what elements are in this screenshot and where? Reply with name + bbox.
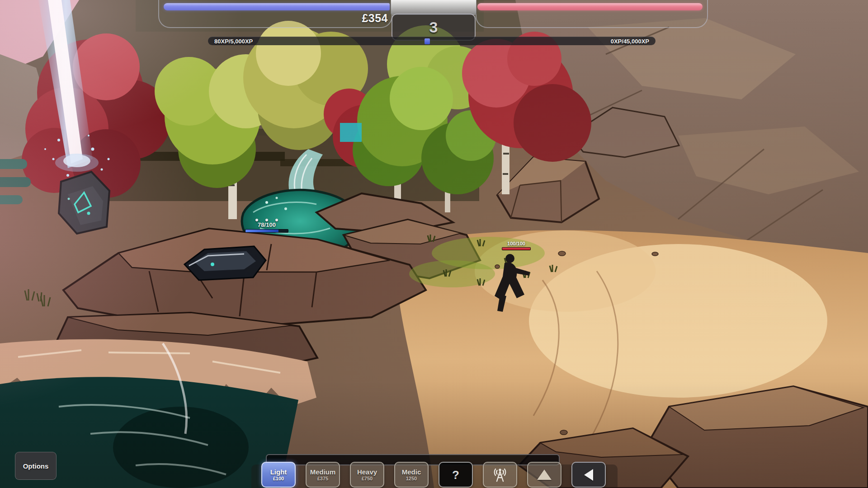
options-button[interactable]: Options bbox=[15, 452, 57, 480]
center-top-cap bbox=[391, 0, 476, 15]
right-team-progress-bar bbox=[477, 3, 703, 10]
unit-button-heavy[interactable]: Heavy £750 bbox=[350, 462, 384, 488]
xp-bar: 80XP/5,000XP 0XP/45,000XP bbox=[208, 37, 656, 45]
enemy-health-label: 100/100 bbox=[507, 241, 525, 246]
unit-button-price: £100 bbox=[273, 476, 284, 481]
unit-button-price: £375 bbox=[317, 476, 328, 481]
up-triangle-icon bbox=[537, 469, 552, 480]
friendly-health-fill bbox=[245, 230, 278, 232]
unit-button-label: Light bbox=[270, 469, 287, 476]
unit-button-label: Medic bbox=[402, 469, 421, 476]
enemy-health-track bbox=[502, 247, 531, 250]
friendly-health-label: 78/100 bbox=[258, 222, 276, 228]
antenna-icon bbox=[490, 466, 510, 483]
right-xp-label: 0XP/45,000XP bbox=[611, 38, 649, 45]
left-triangle-icon bbox=[584, 469, 593, 481]
wave-counter-value: 3 bbox=[429, 19, 438, 36]
help-button[interactable]: ? bbox=[439, 462, 473, 488]
enemy-health-fill bbox=[502, 248, 530, 250]
left-xp-fill bbox=[425, 38, 430, 44]
game-viewport: £354 3 80XP/5,000XP 0XP/45,000XP 78/100 bbox=[0, 0, 868, 488]
friendly-unit-overlay: 78/100 bbox=[244, 219, 289, 233]
help-button-label: ? bbox=[452, 471, 459, 479]
unit-button-medic[interactable]: Medic 1250 bbox=[394, 462, 429, 488]
unit-button-label: Heavy bbox=[357, 469, 377, 476]
back-button[interactable] bbox=[571, 462, 606, 488]
unit-button-price: 1250 bbox=[406, 476, 417, 481]
unit-button-light[interactable]: Light £100 bbox=[261, 462, 296, 488]
left-xp-track bbox=[209, 38, 430, 44]
deploy-up-button[interactable] bbox=[527, 462, 561, 488]
broadcast-button[interactable] bbox=[483, 462, 517, 488]
left-team-progress-bar bbox=[164, 3, 390, 10]
unit-button-price: £750 bbox=[362, 476, 373, 481]
options-button-label: Options bbox=[23, 462, 49, 470]
enemy-unit-overlay: 100/100 bbox=[501, 241, 532, 250]
unit-button-label: Medium bbox=[310, 469, 336, 476]
unit-button-medium[interactable]: Medium £375 bbox=[306, 462, 340, 488]
money-display: £354 bbox=[289, 12, 388, 25]
hud-layer: £354 3 80XP/5,000XP 0XP/45,000XP 78/100 bbox=[0, 0, 868, 488]
friendly-health-track bbox=[245, 229, 288, 233]
